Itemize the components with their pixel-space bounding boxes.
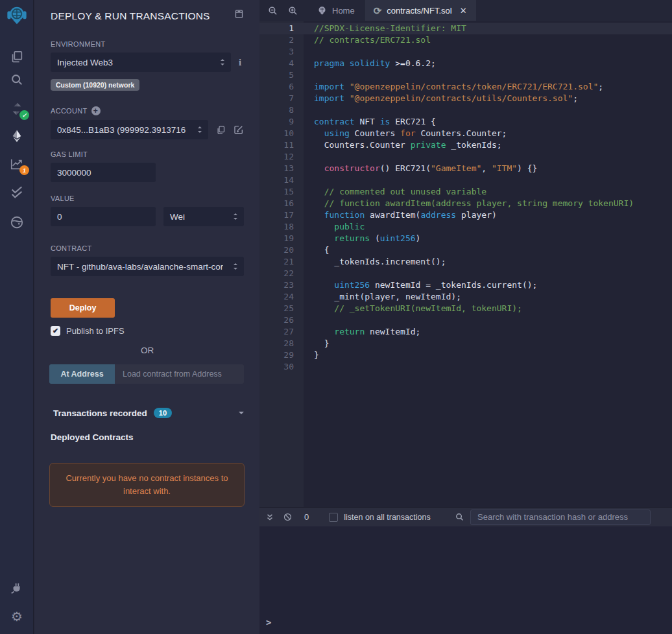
search-icon[interactable]: [9, 72, 25, 88]
statistics-icon[interactable]: 1: [9, 156, 25, 172]
network-badge: Custom (10920) network: [51, 79, 139, 91]
settings-icon[interactable]: ⚙: [9, 609, 25, 624]
sign-message-icon[interactable]: [234, 124, 244, 135]
listen-transactions-label: listen on all transactions: [344, 513, 430, 522]
code-line: 27 return newItemId;: [259, 326, 672, 338]
chevron-down-icon: [239, 412, 244, 417]
code-line: 9contract NFT is ERC721 {: [259, 116, 672, 128]
code-line: 28 }: [259, 338, 672, 349]
code-area: 1//SPDX-License-Identifier: MIT2// contr…: [259, 21, 672, 373]
statistics-count-badge: 1: [19, 165, 29, 175]
panel-title: DEPLOY & RUN TRANSACTIONS: [51, 9, 210, 22]
code-line: 21 _tokenIds.increment();: [259, 256, 672, 268]
transactions-recorded-toggle[interactable]: Transactions recorded 10: [51, 408, 244, 418]
code-line: 26: [259, 314, 672, 326]
code-line: 29}: [259, 349, 672, 361]
publish-ipfs-checkbox[interactable]: ✔: [51, 326, 60, 336]
unit-testing-icon[interactable]: [9, 185, 25, 200]
copy-account-icon[interactable]: [216, 125, 226, 135]
code-line: 22: [259, 268, 672, 279]
file-explorer-icon[interactable]: [9, 49, 25, 65]
code-line: 17 function awardItem(address player): [259, 209, 672, 221]
gas-limit-input[interactable]: [51, 163, 156, 182]
code-line: 3: [259, 46, 672, 58]
zoom-in-icon[interactable]: [283, 0, 303, 21]
listen-transactions-checkbox[interactable]: [329, 513, 338, 522]
code-line: 16 // function awardItem(address player,…: [259, 198, 672, 209]
no-instances-alert: Currently you have no contract instances…: [49, 463, 245, 507]
code-line: 1//SPDX-License-Identifier: MIT: [259, 23, 672, 34]
at-address-input[interactable]: [115, 364, 244, 384]
code-line: 6import "@openzeppelin/contracts/token/E…: [259, 81, 672, 93]
account-select[interactable]: 0x845...B1aB3 (999992.3913716: [51, 120, 208, 139]
publish-ipfs-label: Publish to IPFS: [66, 326, 125, 336]
code-line: 15 // commented out unused variable: [259, 186, 672, 198]
value-unit-select[interactable]: Wei: [163, 207, 244, 226]
icon-sidebar: ✓ 1: [0, 0, 34, 634]
gas-limit-label: GAS LIMIT: [51, 150, 244, 158]
code-line: 25 // _setTokenURI(newItemId, tokenURI);: [259, 303, 672, 314]
add-account-icon[interactable]: +: [91, 106, 101, 115]
tab-bar: Home ⟳ contracts/NFT.sol ✕: [259, 0, 672, 21]
at-address-button[interactable]: At Address: [49, 364, 115, 384]
code-line: 13 constructor() ERC721("GameItem", "ITM…: [259, 163, 672, 174]
main-area: Home ⟳ contracts/NFT.sol ✕ 1//SPDX-Licen…: [259, 0, 672, 634]
code-line: 24 _mint(player, newItemId);: [259, 291, 672, 303]
compiler-success-badge: ✓: [19, 110, 29, 120]
account-label: ACCOUNT: [51, 107, 88, 115]
code-line: 18 public: [259, 221, 672, 233]
solidity-file-icon: ⟳: [374, 6, 382, 16]
code-line: 20 {: [259, 244, 672, 256]
select-arrows-icon: [234, 211, 237, 222]
deploy-run-icon[interactable]: [9, 128, 25, 144]
tab-contracts-nft-sol[interactable]: ⟳ contracts/NFT.sol ✕: [364, 0, 476, 21]
plugin-doc-icon[interactable]: [234, 9, 244, 19]
value-label: VALUE: [51, 194, 244, 202]
select-arrows-icon: [198, 124, 202, 135]
code-line: 30: [259, 361, 672, 373]
terminal-prompt: >: [266, 617, 271, 628]
code-line: 5: [259, 69, 672, 81]
contract-label: CONTRACT: [51, 244, 244, 252]
remix-home-icon: [317, 6, 327, 16]
environment-select[interactable]: Injected Web3: [51, 53, 231, 72]
value-input[interactable]: [51, 207, 156, 226]
code-line: 14: [259, 174, 672, 186]
clear-console-icon[interactable]: [283, 512, 293, 522]
code-line: 10 using Counters for Counters.Counter;: [259, 128, 672, 139]
terminal-bar: 0 listen on all transactions: [259, 507, 672, 526]
close-tab-icon[interactable]: ✕: [460, 6, 467, 16]
sourcify-icon[interactable]: [9, 215, 25, 230]
deploy-button[interactable]: Deploy: [51, 298, 115, 318]
code-line: 2// contracts/ERC721.sol: [259, 34, 672, 46]
deployed-contracts-title: Deployed Contracts: [51, 432, 244, 442]
remix-ide-window: ✓ 1: [0, 0, 672, 634]
plugin-manager-icon[interactable]: [9, 580, 25, 596]
terminal-search-input[interactable]: [470, 510, 651, 525]
environment-label: ENVIRONMENT: [51, 40, 244, 48]
code-line: 4pragma solidity >=0.6.2;: [259, 58, 672, 69]
code-line: 7import "@openzeppelin/contracts/utils/C…: [259, 93, 672, 104]
environment-info-icon[interactable]: i: [239, 57, 241, 68]
collapse-terminal-icon[interactable]: [265, 513, 274, 522]
zoom-out-icon[interactable]: [263, 0, 283, 21]
tab-home[interactable]: Home: [308, 0, 364, 21]
or-text: OR: [51, 346, 244, 355]
contract-select[interactable]: NFT - github/ava-labs/avalanche-smart-co…: [51, 257, 244, 276]
code-line: 11 Counters.Counter private _tokenIds;: [259, 139, 672, 151]
code-line: 12: [259, 151, 672, 163]
code-line: 19 returns (uint256): [259, 233, 672, 244]
remix-logo-icon[interactable]: [6, 5, 27, 26]
deploy-run-panel: DEPLOY & RUN TRANSACTIONS ENVIRONMENT In…: [34, 0, 259, 634]
terminal-output[interactable]: >: [259, 526, 672, 634]
transactions-count-badge: 10: [154, 408, 172, 418]
terminal-tx-count: 0: [304, 512, 309, 522]
solidity-compiler-icon[interactable]: ✓: [9, 101, 25, 117]
code-line: 8: [259, 104, 672, 116]
select-arrows-icon: [234, 261, 237, 272]
terminal-search-icon: [455, 512, 464, 522]
select-arrows-icon: [221, 57, 224, 67]
code-editor[interactable]: 1//SPDX-License-Identifier: MIT2// contr…: [259, 21, 672, 507]
code-line: 23 uint256 newItemId = _tokenIds.current…: [259, 279, 672, 291]
